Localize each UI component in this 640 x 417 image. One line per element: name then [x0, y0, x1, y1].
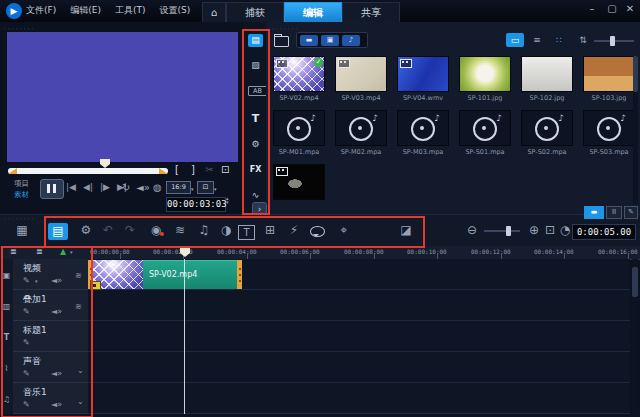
audio-thumbnail[interactable]: ♪ [273, 110, 325, 146]
track-header-overlay1[interactable]: 叠加1 ✎ ◄» ≋ [13, 290, 88, 321]
library-item[interactable]: SP-103.jpg [578, 56, 640, 102]
sound-mixer-button[interactable]: ≋ [170, 223, 190, 237]
video-thumbnail[interactable] [335, 56, 387, 92]
timeline-playhead-line[interactable] [184, 259, 185, 414]
menu-settings[interactable]: 设置(S) [159, 4, 190, 17]
thumbnail-view-button[interactable]: ▭ [506, 33, 524, 47]
nav-instant-project-icon[interactable]: ▨ [248, 60, 263, 70]
list-view-button[interactable]: ≡ [528, 33, 546, 47]
library-item[interactable]: ♪ SP-S03.mpa [578, 110, 640, 156]
audio-thumbnail[interactable]: ♪ [583, 110, 635, 146]
pencil-icon[interactable]: ✎ [23, 307, 30, 316]
audio-thumbnail[interactable]: ♪ [397, 110, 449, 146]
options-panel-button[interactable]: II [606, 206, 622, 219]
track-header-title1[interactable]: 标题1 ✎ [13, 321, 88, 352]
menu-tools[interactable]: 工具(T) [115, 4, 146, 17]
pencil-dropdown-icon[interactable]: ▾ [35, 278, 38, 284]
track-header-music1[interactable]: 音乐1 ✎ ◄» ⌄ [13, 383, 88, 414]
audio-thumbnail[interactable]: ♪ [459, 110, 511, 146]
library-item[interactable]: ✓ SP-V02.mp4 [268, 56, 330, 102]
tab-share[interactable]: 共享 [342, 2, 400, 23]
nav-media-icon[interactable]: ▤ [248, 34, 263, 47]
preview-timecode[interactable]: 00:00:03:03 [166, 197, 226, 212]
stabilizer-button[interactable]: ⌖ [334, 223, 354, 237]
library-item[interactable]: ♪ SP-M02.mpa [330, 110, 392, 156]
timeline-zoom-slider[interactable] [484, 230, 520, 232]
library-panel-button[interactable]: ▬ [584, 206, 604, 219]
split-screen-button[interactable]: ⊞ [260, 223, 280, 237]
toolbar-drag-handle[interactable]: ········ [4, 215, 35, 222]
auto-music-button[interactable]: ♫ [194, 223, 214, 237]
nav-motion-path-icon[interactable]: ∿ [248, 190, 263, 200]
video-thumbnail[interactable] [397, 56, 449, 92]
filter-video-button[interactable]: ▬ [300, 35, 318, 46]
track-volume-icon[interactable]: ◄» [51, 369, 62, 378]
redo-button[interactable]: ↷ [120, 223, 140, 237]
aspect-ratio-select[interactable]: 16:9 [166, 181, 191, 194]
audio-thumbnail[interactable]: ♪ [335, 110, 387, 146]
thumb-size-slider[interactable] [594, 40, 634, 42]
ripple-edit-icon[interactable]: ≋ [75, 302, 82, 311]
photo-thumbnail[interactable] [459, 56, 511, 92]
audio-thumbnail[interactable]: ♪ [521, 110, 573, 146]
tools-button[interactable]: ⚙ [76, 223, 96, 237]
step-back-button[interactable]: ◀| [83, 182, 93, 192]
close-button[interactable]: ✕ [622, 3, 638, 14]
zoom-out-button[interactable]: ⊖ [462, 223, 482, 237]
minimize-button[interactable]: – [584, 3, 600, 14]
preview-scrubber[interactable] [8, 168, 168, 174]
pencil-icon[interactable]: ✎ [23, 400, 30, 409]
filter-photo-button[interactable]: ▣ [321, 35, 339, 46]
ripple-edit-icon[interactable]: ≋ [75, 271, 82, 280]
library-scrollbar[interactable] [633, 56, 638, 204]
overlay-track-row[interactable] [88, 290, 630, 321]
motion-tracking-button[interactable]: ⚡ [284, 223, 304, 237]
tab-home[interactable]: ⌂ [202, 2, 226, 23]
library-item[interactable]: SP-102.jpg [516, 56, 578, 102]
library-item[interactable]: ♪ SP-M01.mpa [268, 110, 330, 156]
nav-graphics-icon[interactable]: ⚙ [248, 139, 263, 149]
project-duration[interactable]: 0:00:05.00 [572, 224, 636, 240]
nav-fx-filter-icon[interactable]: FX [248, 165, 263, 174]
timeline-clip[interactable]: SP-V02.mp4 [143, 260, 237, 289]
filter-audio-button[interactable]: ♪ [342, 35, 360, 46]
menu-edit[interactable]: 编辑(E) [70, 4, 101, 17]
track-volume-icon[interactable]: ◄» [51, 276, 62, 285]
track-volume-icon[interactable]: ◄» [51, 307, 62, 316]
clip-mode-label[interactable]: 素材 [14, 190, 29, 200]
library-item[interactable] [268, 164, 330, 200]
painting-creator-button[interactable]: ◑ [216, 223, 236, 237]
library-item[interactable]: SP-101.jpg [454, 56, 516, 102]
timeline-scrollbar-thumb[interactable] [632, 267, 638, 297]
timecode-spinner[interactable]: ▴▾ [226, 196, 229, 204]
pause-button[interactable] [40, 179, 64, 199]
mark-out-button[interactable]: ] [191, 164, 195, 175]
hd-preview-button[interactable]: ◍ [153, 182, 162, 193]
clip-trim-right-handle[interactable] [237, 260, 242, 289]
video-thumbnail[interactable]: ✓ [273, 56, 325, 92]
voice-track-row[interactable] [88, 352, 630, 383]
tab-edit[interactable]: 编辑 [284, 2, 342, 23]
library-item[interactable]: SP-V03.mp4 [330, 56, 392, 102]
maximize-button[interactable]: ▢ [604, 3, 620, 14]
mark-in-button[interactable]: [ [175, 164, 179, 175]
volume-button[interactable]: ◄» [136, 182, 150, 193]
import-media-icon[interactable] [274, 36, 289, 47]
timeline-view-button[interactable]: ▤ [48, 223, 68, 240]
project-mode-label[interactable]: 项目 [14, 179, 29, 189]
waveform-toggle-icon[interactable]: ⌄ [77, 366, 84, 375]
pencil-icon[interactable]: ✎ [23, 369, 30, 378]
library-item[interactable]: ♪ SP-S02.mpa [516, 110, 578, 156]
go-start-button[interactable]: |◀ [66, 182, 76, 192]
loop-button[interactable]: ↻ [122, 182, 130, 193]
grid-view-button[interactable]: ∷ [550, 33, 568, 47]
track-header-voice[interactable]: 声音 ✎ ◄» ⌄ [13, 352, 88, 383]
track-volume-icon[interactable]: ◄» [51, 400, 62, 409]
display-mode-select[interactable]: ⊡ [197, 181, 214, 194]
menu-file[interactable]: 文件(F) [26, 4, 56, 17]
photo-thumbnail[interactable] [583, 56, 635, 92]
waveform-toggle-icon[interactable]: ⌄ [77, 397, 84, 406]
subtitle-editor-button[interactable]: T [238, 225, 255, 240]
thumb-size-slider-handle[interactable] [610, 36, 615, 46]
title-track-row[interactable] [88, 321, 630, 352]
